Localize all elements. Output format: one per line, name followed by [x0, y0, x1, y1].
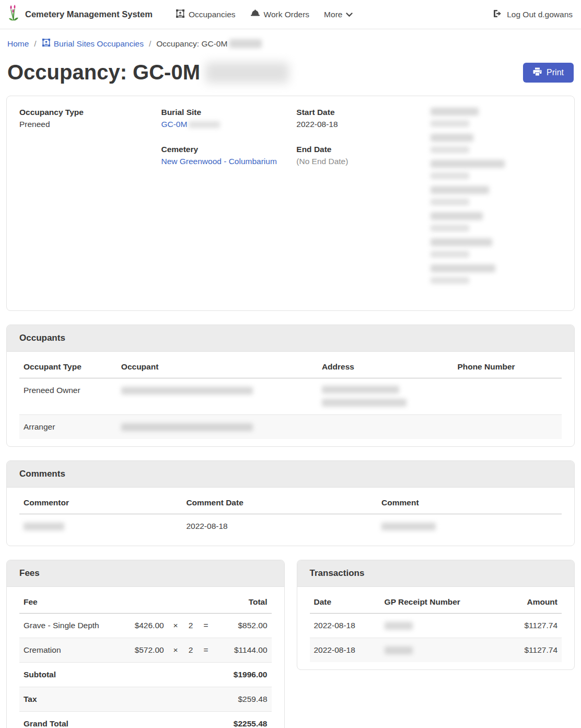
fee-price-cell: $426.00: [125, 614, 168, 638]
comments-title: Comments: [7, 461, 574, 488]
breadcrumb-home-link[interactable]: Home: [7, 39, 29, 49]
field-label: Cemetery: [161, 145, 296, 154]
redacted-text: [381, 523, 436, 530]
column-header: Address: [318, 355, 454, 378]
field-value: GC-0M: [161, 120, 296, 129]
fee-equals-cell: =: [199, 638, 214, 663]
chevron-down-icon: [346, 10, 353, 19]
occupancy-details-card: Occupancy Type Preneed Burial Site GC-0M…: [6, 96, 575, 311]
fees-table: Fee Total Grave - Single Depth $426.00 ×…: [19, 590, 272, 728]
redacted-field: [431, 212, 562, 232]
redacted-field: [431, 264, 562, 284]
redacted-label: [431, 186, 489, 194]
field-occupancy-type: Occupancy Type Preneed: [19, 108, 161, 129]
fees-title: Fees: [7, 560, 284, 587]
printer-icon: [533, 67, 542, 78]
commentor-cell: [19, 514, 182, 539]
comments-card: Comments Commentor Comment Date Comment …: [6, 460, 575, 546]
redacted-value: [431, 120, 469, 127]
occupants-table: Occupant Type Occupant Address Phone Num…: [19, 355, 562, 439]
redacted-text: [322, 386, 399, 394]
occupant-phone-cell: [453, 415, 562, 440]
redacted-label: [431, 134, 473, 142]
occupant-type-cell: Arranger: [19, 415, 117, 440]
redacted-field: [431, 108, 562, 127]
details-col-3: Start Date 2022-08-18 End Date (No End D…: [296, 108, 430, 299]
field-end-date: End Date (No End Date): [296, 145, 430, 166]
details-col-1: Occupancy Type Preneed: [19, 108, 161, 299]
grand-total-label: Grand Total: [19, 712, 125, 728]
fee-qty-cell: 2: [183, 614, 199, 638]
bottom-row: Fees Fee Total Grave - Single Depth: [6, 560, 575, 728]
subtotal-row: Subtotal $1996.00: [19, 663, 272, 687]
column-header: Comment: [377, 491, 562, 514]
redacted-text: [322, 399, 406, 407]
breadcrumb-separator: /: [34, 39, 36, 49]
grand-total-row: Grand Total $2255.48: [19, 712, 272, 728]
brand[interactable]: Cemetery Management System: [8, 5, 153, 25]
field-burial-site: Burial Site GC-0M: [161, 108, 296, 129]
fee-times-cell: ×: [168, 638, 183, 663]
logout-label: Log Out d.gowans: [507, 10, 573, 19]
fee-name-cell: Grave - Single Depth: [19, 614, 125, 638]
breadcrumb-occupancies-link[interactable]: Burial Sites Occupancies: [42, 38, 144, 49]
comment-date-cell: 2022-08-18: [182, 514, 377, 539]
redacted-label: [431, 238, 492, 246]
app-title: Cemetery Management System: [25, 9, 153, 19]
column-header: Comment Date: [182, 491, 377, 514]
tax-value: $259.48: [213, 687, 271, 712]
print-button-label: Print: [547, 68, 564, 77]
table-row: Preneed Owner: [19, 378, 562, 415]
field-value: New Greenwood - Columbarium: [161, 157, 296, 166]
redacted-value: [431, 172, 469, 179]
navbar: Cemetery Management System Occupancies W: [0, 0, 581, 29]
page-header: Occupancy: GC-0M Print: [0, 56, 581, 96]
grave-icon: [42, 38, 51, 49]
column-header: Phone Number: [453, 355, 562, 378]
tulip-logo-icon: [8, 5, 21, 25]
occupant-address-cell: [318, 378, 454, 415]
redacted-text: [229, 39, 262, 48]
logout-button[interactable]: Log Out d.gowans: [493, 9, 573, 20]
transaction-receipt-cell: [380, 638, 491, 663]
table-row: Arranger: [19, 415, 562, 440]
field-label: Occupancy Type: [19, 108, 161, 117]
field-label: End Date: [296, 145, 430, 154]
transactions-card: Transactions Date GP Receipt Number Amou…: [297, 560, 575, 670]
occupant-name-cell: [117, 378, 318, 415]
transactions-title: Transactions: [297, 560, 575, 587]
transaction-receipt-cell: [380, 614, 491, 638]
table-row: Grave - Single Depth $426.00 × 2 = $852.…: [19, 614, 272, 638]
nav-more[interactable]: More: [324, 10, 353, 19]
redacted-value: [431, 199, 469, 205]
column-header: Amount: [491, 590, 562, 614]
nav-occupancies[interactable]: Occupancies: [176, 9, 236, 20]
print-button[interactable]: Print: [523, 63, 574, 83]
nav-work-orders-label: Work Orders: [264, 10, 310, 19]
breadcrumb-occupancies-label: Burial Sites Occupancies: [54, 39, 144, 49]
table-row: 2022-08-18: [19, 514, 562, 539]
burial-site-link[interactable]: GC-0M: [161, 120, 187, 129]
nav-work-orders[interactable]: Work Orders: [250, 9, 310, 20]
cemetery-link[interactable]: New Greenwood - Columbarium: [161, 157, 276, 166]
column-header: Occupant: [117, 355, 318, 378]
subtotal-label: Subtotal: [19, 663, 125, 687]
redacted-field: [431, 238, 562, 258]
logout-icon: [493, 9, 503, 20]
redacted-value: [431, 277, 469, 284]
transaction-date-cell: 2022-08-18: [310, 614, 380, 638]
table-row: Cremation $572.00 × 2 = $1144.00: [19, 638, 272, 663]
fee-times-cell: ×: [168, 614, 183, 638]
redacted-text: [121, 387, 253, 395]
transaction-amount-cell: $1127.74: [491, 614, 562, 638]
column-header: Fee: [19, 590, 125, 614]
details-col-2: Burial Site GC-0M Cemetery New Greenwood…: [161, 108, 296, 299]
field-label: Burial Site: [161, 108, 296, 117]
grave-icon: [176, 9, 185, 20]
field-value: 2022-08-18: [296, 120, 430, 129]
fee-total-cell: $852.00: [213, 614, 271, 638]
grand-total-value: $2255.48: [213, 712, 271, 728]
fee-total-cell: $1144.00: [213, 638, 271, 663]
tax-row: Tax $259.48: [19, 687, 272, 712]
table-row: 2022-08-18 $1127.74: [310, 614, 562, 638]
